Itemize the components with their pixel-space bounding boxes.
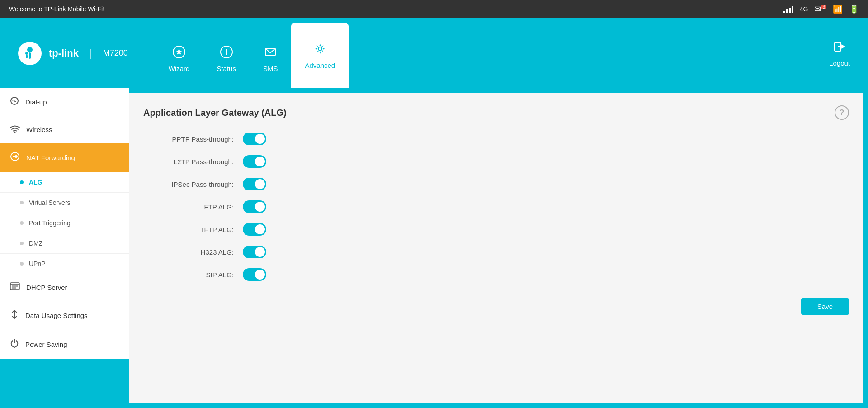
main-layout: Dial-up Wireless NAT Forwarding [0,88,868,408]
sidebar-pt-label: Port Triggering [29,219,71,227]
pptp-row: PPTP Pass-through: [143,133,849,145]
svg-point-2 [25,52,28,55]
tab-advanced-label: Advanced [305,62,335,69]
tftp-toggle[interactable] [243,223,266,236]
logout-button[interactable]: Logout [829,40,850,67]
sip-label: SIP ALG: [143,271,234,279]
dialup-icon [10,96,19,108]
logout-icon [833,40,846,57]
dhcp-icon [10,282,20,293]
tab-wizard[interactable]: Wizard [155,29,203,88]
ipsec-row: IPSec Pass-through: [143,178,849,190]
ftp-label: FTP ALG: [143,203,234,211]
sidebar-sub-alg[interactable]: ALG [0,172,129,193]
ipsec-toggle[interactable] [243,178,266,190]
status-bar: Welcome to TP-Link Mobile Wi-Fi! 4G ✉3 📶… [0,0,868,18]
power-saving-icon [10,338,19,351]
svg-rect-1 [29,52,31,59]
sidebar-item-wireless[interactable]: Wireless [0,116,129,143]
save-button[interactable]: Save [801,298,849,315]
l2tp-row: L2TP Pass-through: [143,155,849,168]
signal-icon [783,5,793,13]
advanced-icon [313,42,327,59]
sidebar-dialup-label: Dial-up [25,98,47,106]
header: tp-link | M7200 Wizard Status [0,18,868,88]
svg-rect-17 [12,286,18,287]
ftp-toggle-knob [255,202,265,212]
sidebar-data-usage-label: Data Usage Settings [25,312,88,319]
wireless-icon [10,124,20,135]
tftp-label: TFTP ALG: [143,226,234,233]
sidebar-wireless-label: Wireless [26,126,52,133]
logo-icon [18,42,42,65]
sms-icon [264,45,277,62]
tftp-toggle-knob [255,224,265,234]
message-icon: ✉3 [814,4,826,14]
sidebar-sub-dmz[interactable]: DMZ [0,233,129,254]
tab-status-label: Status [217,65,236,72]
svg-point-0 [27,47,33,52]
sidebar-item-dhcp[interactable]: DHCP Server [0,274,129,301]
svg-point-13 [14,132,16,133]
model-text: M7200 [103,48,128,58]
pptp-toggle[interactable] [243,133,266,145]
tab-status[interactable]: Status [203,29,250,88]
page-title-area: Application Layer Gateway (ALG) ? [143,105,849,120]
network-type: 4G [800,5,808,13]
ftp-toggle[interactable] [243,200,266,213]
sidebar-item-power-saving[interactable]: Power Saving [0,330,129,359]
h323-toggle[interactable] [243,246,266,258]
logo-area: tp-link | M7200 [18,42,128,65]
help-icon[interactable]: ? [835,105,849,120]
data-usage-icon [10,309,19,322]
h323-toggle-knob [255,247,265,257]
battery-icon: 🔋 [849,4,859,14]
sidebar-sub-virtual-servers[interactable]: Virtual Servers [0,193,129,213]
l2tp-toggle[interactable] [243,155,266,168]
nav-tabs: Wizard Status SMS [155,18,811,88]
upnp-dot [20,262,24,266]
sidebar-sub-upnp[interactable]: UPnP [0,254,129,274]
svg-point-9 [318,47,322,51]
sidebar-vs-label: Virtual Servers [29,199,71,206]
status-bar-title: Welcome to TP-Link Mobile Wi-Fi! [9,5,104,13]
logo-text: tp-link [49,47,79,59]
sidebar-sub-port-triggering[interactable]: Port Triggering [0,213,129,233]
tftp-row: TFTP ALG: [143,223,849,236]
wifi-icon: 📶 [833,4,843,14]
wizard-icon [172,45,186,62]
h323-row: H323 ALG: [143,246,849,258]
tab-advanced[interactable]: Advanced [291,23,349,88]
sidebar: Dial-up Wireless NAT Forwarding [0,88,129,408]
ipsec-toggle-knob [255,179,265,189]
pt-dot [20,221,24,225]
sidebar-alg-label: ALG [29,179,42,186]
svg-rect-3 [26,55,28,58]
tab-sms-label: SMS [263,65,278,72]
l2tp-label: L2TP Pass-through: [143,158,234,166]
content-area: Application Layer Gateway (ALG) ? PPTP P… [129,93,863,403]
ftp-row: FTP ALG: [143,200,849,213]
sidebar-item-dialup[interactable]: Dial-up [0,88,129,116]
sip-row: SIP ALG: [143,268,849,281]
tab-wizard-label: Wizard [169,65,190,72]
sidebar-item-nat[interactable]: NAT Forwarding [0,143,129,172]
dmz-dot [20,242,24,245]
status-icon [220,45,233,62]
pptp-label: PPTP Pass-through: [143,135,234,143]
l2tp-toggle-knob [255,157,265,166]
sip-toggle[interactable] [243,268,266,281]
logo-divider: | [90,47,92,59]
vs-dot [20,201,24,204]
tab-sms[interactable]: SMS [250,29,292,88]
sidebar-dmz-label: DMZ [29,240,42,247]
sidebar-power-saving-label: Power Saving [25,341,67,348]
sidebar-item-data-usage[interactable]: Data Usage Settings [0,301,129,330]
logout-label: Logout [829,59,850,67]
sidebar-upnp-label: UPnP [29,260,46,267]
sidebar-sub-nav: ALG Virtual Servers Port Triggering DMZ … [0,172,129,274]
page-title: Application Layer Gateway (ALG) [143,108,287,118]
pptp-toggle-knob [255,134,265,144]
svg-rect-18 [12,288,16,289]
sip-toggle-knob [255,270,265,280]
